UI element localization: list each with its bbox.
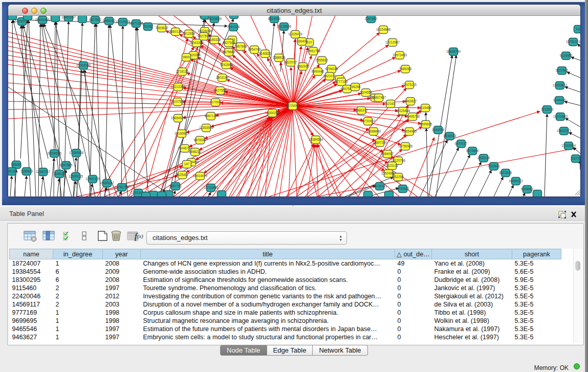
- svg-text:7663822: 7663822: [156, 26, 168, 30]
- svg-text:7857224: 7857224: [227, 25, 240, 29]
- svg-text:9777169: 9777169: [335, 80, 348, 83]
- svg-text:12093872: 12093872: [553, 83, 568, 87]
- svg-text:12213967: 12213967: [385, 40, 400, 44]
- svg-text:3875685: 3875685: [223, 50, 235, 54]
- svg-text:39139: 39139: [8, 169, 16, 173]
- svg-text:8660128: 8660128: [169, 30, 182, 33]
- svg-text:16033809: 16033809: [207, 17, 222, 20]
- svg-text:9463627: 9463627: [404, 99, 417, 103]
- svg-text:19654923: 19654923: [171, 116, 186, 120]
- svg-text:3624554: 3624554: [360, 91, 373, 94]
- svg-text:1645194: 1645194: [53, 172, 66, 176]
- svg-text:9084067: 9084067: [381, 152, 394, 156]
- svg-text:10654112: 10654112: [509, 179, 523, 183]
- svg-text:3215933: 3215933: [541, 107, 554, 111]
- svg-text:6794028: 6794028: [325, 67, 338, 71]
- svg-text:11325419: 11325419: [288, 32, 302, 36]
- svg-text:7632621: 7632621: [488, 164, 500, 168]
- svg-text:9227342: 9227342: [556, 69, 569, 72]
- svg-text:111: 111: [576, 27, 580, 31]
- svg-text:10025488: 10025488: [396, 109, 410, 113]
- svg-text:16671355: 16671355: [129, 21, 144, 25]
- svg-text:147: 147: [184, 162, 190, 166]
- svg-text:15692971: 15692971: [557, 129, 572, 133]
- svg-text:5498222: 5498222: [189, 150, 202, 154]
- svg-text:10107554: 10107554: [170, 100, 185, 103]
- svg-text:9857791: 9857791: [169, 184, 182, 188]
- svg-text:18807249: 18807249: [373, 141, 387, 144]
- svg-text:166409: 166409: [296, 39, 308, 43]
- svg-text:8322037: 8322037: [285, 60, 297, 64]
- svg-text:7625402: 7625402: [176, 173, 189, 177]
- svg-text:15716485: 15716485: [204, 186, 219, 189]
- svg-text:18300295: 18300295: [265, 111, 280, 115]
- svg-text:9474444: 9474444: [466, 149, 479, 152]
- svg-text:1621072: 1621072: [323, 74, 336, 78]
- svg-text:11353594: 11353594: [199, 126, 213, 129]
- svg-text:1244419: 1244419: [553, 98, 566, 102]
- svg-text:7886372: 7886372: [355, 108, 368, 112]
- svg-text:15720407: 15720407: [361, 119, 376, 123]
- svg-text:8267130: 8267130: [205, 114, 217, 118]
- svg-text:1156819: 1156819: [20, 169, 33, 173]
- svg-text:12942757: 12942757: [36, 170, 51, 173]
- svg-text:16136141: 16136141: [373, 184, 387, 188]
- svg-text:116753: 116753: [571, 157, 580, 160]
- svg-text:10807487: 10807487: [372, 96, 386, 99]
- svg-text:20206536: 20206536: [47, 151, 62, 155]
- svg-text:62160: 62160: [386, 102, 395, 105]
- svg-text:16046758: 16046758: [178, 146, 192, 150]
- svg-text:1588520: 1588520: [273, 56, 286, 59]
- svg-text:20691406: 20691406: [35, 18, 50, 21]
- svg-text:16782759: 16782759: [115, 185, 129, 189]
- svg-text:15495756: 15495756: [405, 115, 420, 118]
- svg-text:985081: 985081: [11, 163, 22, 166]
- svg-text:8878342: 8878342: [194, 138, 207, 142]
- svg-text:746266: 746266: [350, 85, 361, 89]
- svg-text:917004: 917004: [210, 100, 221, 104]
- svg-text:10719155: 10719155: [116, 20, 130, 24]
- svg-text:16210643: 16210643: [553, 115, 568, 118]
- svg-text:8186328: 8186328: [208, 38, 221, 41]
- svg-text:2967608: 2967608: [234, 45, 247, 48]
- svg-text:9242845: 9242845: [220, 63, 233, 67]
- svg-text:12213389: 12213389: [171, 85, 186, 89]
- svg-text:21053346: 21053346: [76, 63, 91, 67]
- svg-text:19218506: 19218506: [277, 25, 292, 28]
- svg-text:8813054: 8813054: [268, 17, 281, 20]
- svg-text:10688609: 10688609: [366, 129, 381, 133]
- svg-text:10958117: 10958117: [100, 181, 114, 185]
- svg-text:1733426: 1733426: [397, 187, 409, 190]
- svg-text:9115460: 9115460: [419, 106, 432, 110]
- svg-text:252254: 252254: [393, 175, 404, 179]
- svg-text:1362615: 1362615: [297, 64, 310, 68]
- svg-text:2718126: 2718126: [176, 70, 189, 73]
- svg-text:16154808: 16154808: [376, 28, 391, 31]
- svg-text:8454749: 8454749: [248, 48, 261, 51]
- svg-text:8912954: 8912954: [183, 32, 195, 35]
- svg-text:2087682: 2087682: [365, 17, 378, 20]
- svg-text:17016504: 17016504: [561, 144, 576, 147]
- svg-text:9527508: 9527508: [223, 41, 235, 45]
- svg-text:19654923: 19654923: [402, 129, 417, 133]
- svg-text:7955812: 7955812: [316, 58, 329, 62]
- svg-text:(x): (x): [138, 233, 144, 239]
- svg-text:9245652: 9245652: [521, 187, 534, 191]
- svg-text:15751074: 15751074: [566, 40, 580, 43]
- svg-text:8938923: 8938923: [444, 134, 456, 138]
- svg-text:9699695: 9699695: [420, 122, 432, 126]
- svg-text:19166829: 19166829: [175, 132, 189, 135]
- svg-text:8471676: 8471676: [499, 171, 512, 174]
- svg-text:2803144: 2803144: [216, 76, 229, 79]
- svg-text:19756928: 19756928: [398, 144, 413, 148]
- svg-text:6479197: 6479197: [455, 142, 468, 145]
- svg-text:2935114: 2935114: [477, 156, 490, 160]
- svg-text:19384554: 19384554: [309, 138, 323, 141]
- svg-text:18724007: 18724007: [286, 104, 300, 107]
- svg-text:17957225: 17957225: [85, 177, 100, 181]
- svg-text:8427552: 8427552: [214, 89, 227, 92]
- svg-text:9890: 9890: [183, 55, 190, 59]
- svg-text:10973493: 10973493: [393, 53, 407, 57]
- svg-text:16648784: 16648784: [446, 50, 461, 53]
- svg-text:12505135: 12505135: [69, 174, 83, 178]
